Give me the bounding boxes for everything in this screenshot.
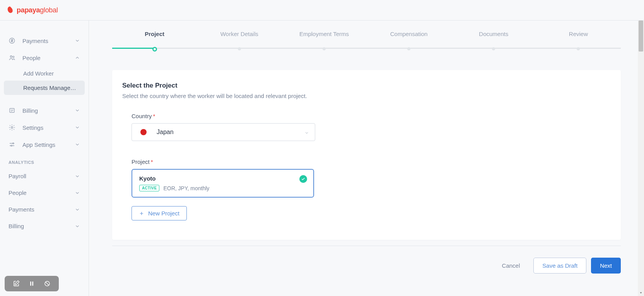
nav-label: Payments — [9, 206, 75, 213]
scrollbar[interactable] — [638, 21, 644, 296]
step-label: Employment Terms — [299, 31, 349, 37]
nav-label: Billing — [9, 223, 75, 229]
svg-point-5 — [13, 143, 14, 144]
svg-point-6 — [11, 145, 12, 146]
chevron-down-icon — [75, 207, 80, 212]
nav-label: People — [9, 189, 75, 196]
scrollbar-thumb[interactable] — [639, 21, 643, 52]
footer-actions: Cancel Save as Draft Next — [112, 246, 621, 285]
step-dot — [492, 47, 495, 50]
nav-label: App Settings — [22, 141, 75, 148]
chevron-down-icon — [75, 108, 80, 113]
nav-analytics-people[interactable]: People — [0, 184, 89, 201]
nav-settings[interactable]: Settings — [0, 119, 89, 136]
gear-icon — [9, 124, 15, 131]
chevron-down-icon — [75, 190, 80, 196]
step-dot — [577, 47, 580, 50]
country-label: Country* — [132, 113, 611, 119]
step-dot — [407, 47, 410, 50]
media-overlay — [5, 276, 59, 291]
chevron-down-icon — [75, 142, 80, 147]
project-details: EOR, JPY, monthly — [163, 185, 209, 191]
country-select[interactable]: Japan — [132, 123, 315, 141]
project-label: Project* — [132, 158, 611, 165]
edit-icon[interactable] — [12, 279, 21, 288]
step-compensation[interactable]: Compensation — [367, 31, 451, 49]
flag-japan-icon — [140, 129, 147, 135]
disable-icon[interactable] — [43, 279, 52, 288]
brand-logo[interactable]: papayaglobal — [6, 6, 58, 14]
nav-label: Payments — [22, 38, 75, 44]
chevron-down-icon — [304, 130, 309, 134]
papaya-icon — [6, 6, 14, 14]
svg-point-4 — [11, 127, 13, 129]
sidebar: Payments People Add Worker Requests Mana… — [0, 21, 89, 296]
card-title: Select the Project — [122, 82, 611, 89]
chevron-down-icon — [75, 125, 80, 130]
nav-label: People — [22, 55, 75, 61]
app-header: papayaglobal — [0, 0, 644, 21]
svg-rect-7 — [30, 282, 31, 286]
svg-rect-8 — [32, 282, 33, 286]
main-content: Project Worker Details Employment Terms … — [89, 21, 644, 296]
step-project[interactable]: Project — [112, 31, 197, 49]
nav-billing[interactable]: Billing — [0, 102, 89, 119]
step-label: Compensation — [390, 31, 428, 37]
chevron-down-icon — [75, 174, 80, 179]
project-option-kyoto[interactable]: Kyoto ACTIVE EOR, JPY, monthly — [132, 169, 314, 198]
step-worker-details[interactable]: Worker Details — [197, 31, 282, 49]
step-dot — [152, 47, 157, 52]
svg-point-1 — [10, 56, 12, 58]
nav-label: Payroll — [9, 173, 75, 179]
new-project-button[interactable]: New Project — [132, 206, 187, 220]
step-employment-terms[interactable]: Employment Terms — [282, 31, 366, 49]
svg-point-2 — [13, 56, 14, 58]
step-label: Project — [145, 31, 164, 37]
cancel-button[interactable]: Cancel — [493, 258, 529, 274]
project-card-panel: Select the Project Select the country wh… — [112, 70, 621, 240]
plus-icon — [139, 211, 144, 216]
status-badge: ACTIVE — [139, 185, 159, 191]
nav-app-settings[interactable]: App Settings — [0, 136, 89, 153]
save-draft-button[interactable]: Save as Draft — [533, 258, 586, 274]
brand-text: papayaglobal — [17, 6, 58, 14]
project-meta: ACTIVE EOR, JPY, monthly — [139, 185, 306, 191]
nav-label: Settings — [22, 124, 75, 131]
billing-icon — [9, 107, 15, 114]
step-dot — [323, 47, 326, 50]
nav-analytics-billing[interactable]: Billing — [0, 218, 89, 234]
nav-add-worker[interactable]: Add Worker — [0, 66, 89, 81]
step-label: Documents — [479, 31, 508, 37]
step-dot — [238, 47, 241, 50]
step-documents[interactable]: Documents — [451, 31, 536, 49]
nav-label: Billing — [22, 107, 75, 114]
country-value: Japan — [157, 129, 304, 136]
people-icon — [9, 54, 15, 61]
pause-icon[interactable] — [27, 279, 36, 288]
button-label: New Project — [148, 210, 179, 217]
svg-rect-3 — [10, 108, 14, 113]
chevron-down-icon — [75, 224, 80, 229]
progress-stepper: Project Worker Details Employment Terms … — [112, 21, 621, 49]
nav-payments[interactable]: Payments — [0, 32, 89, 49]
analytics-section-label: ANALYTICS — [0, 153, 89, 168]
dollar-icon — [9, 37, 15, 44]
project-name: Kyoto — [139, 175, 306, 182]
nav-requests-management[interactable]: Requests Managem… — [4, 81, 85, 95]
sliders-icon — [9, 141, 15, 148]
card-subtitle: Select the country where the worker will… — [122, 93, 611, 99]
step-label: Review — [569, 31, 588, 37]
chevron-down-icon — [75, 38, 80, 43]
step-review[interactable]: Review — [536, 31, 621, 49]
chevron-up-icon — [75, 55, 80, 60]
check-icon — [299, 175, 307, 183]
step-label: Worker Details — [220, 31, 258, 37]
nav-people[interactable]: People — [0, 49, 89, 66]
next-button[interactable]: Next — [591, 258, 621, 274]
nav-analytics-payroll[interactable]: Payroll — [0, 168, 89, 184]
nav-analytics-payments[interactable]: Payments — [0, 201, 89, 218]
scroll-down-icon[interactable] — [638, 290, 644, 296]
